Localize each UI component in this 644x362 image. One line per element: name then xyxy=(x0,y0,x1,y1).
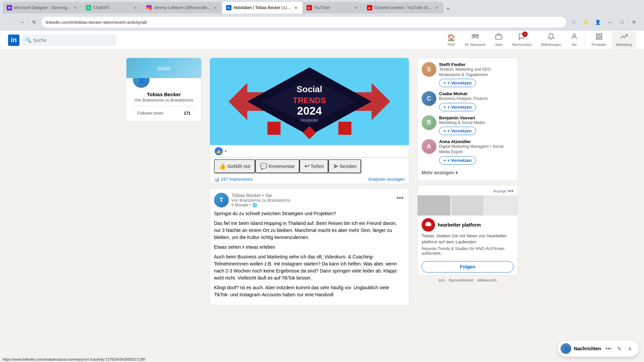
tab-yt[interactable]: ▶ YouTube ✕ xyxy=(303,2,363,13)
url-bar[interactable]: linkedin.com/in/tobias-becker-wien/recen… xyxy=(42,17,566,27)
person-benjamin-info: Benjamin Vasvari Marketing & Social Medi… xyxy=(439,115,514,135)
clock-icon: • xyxy=(250,203,251,207)
ad-company-name[interactable]: hearbetter platform xyxy=(438,222,481,228)
chat-actions: ••• ✎ ∧ xyxy=(604,344,635,353)
svg-rect-8 xyxy=(600,37,602,39)
nav-item-marketing[interactable]: Marketing xyxy=(612,32,636,49)
tab-li-close[interactable]: ✕ xyxy=(293,5,299,10)
comment-button[interactable]: 💬 Kommentar xyxy=(255,159,300,173)
tab-ytc[interactable]: ▶ Channel content - YouTube Stu... ✕ xyxy=(363,2,443,13)
minimize-button[interactable]: — xyxy=(605,17,614,27)
tab-ig-close[interactable]: ✕ xyxy=(213,5,218,10)
chat-bubble[interactable]: 👤 Nachrichten ••• ✎ ∧ xyxy=(558,341,639,357)
globe-icon: 🌐 xyxy=(252,203,257,207)
bar-chart-icon: 📊 xyxy=(214,177,219,182)
nav-item-start[interactable]: 🏠 Start xyxy=(443,32,460,49)
person-csaba-avatar[interactable]: C xyxy=(422,91,436,106)
extension-button[interactable]: ⚡ xyxy=(581,17,590,27)
nav-products-label: Produkte xyxy=(592,43,606,47)
person-benjamin-name[interactable]: Benjamin Vasvari xyxy=(439,115,514,120)
reaction-dropdown[interactable]: ▾ xyxy=(225,149,227,154)
svg-rect-3 xyxy=(496,35,502,39)
tab-ig[interactable]: Jeremy Lefebvre (@financiale... ✕ xyxy=(142,2,222,13)
send-button[interactable]: ➤ Senden xyxy=(328,159,361,173)
post-card-1: Social TRENDS 2024 Hootsuite xyxy=(210,58,409,184)
nav-item-notifications[interactable]: Mitteilungen xyxy=(537,32,565,49)
followers-count[interactable]: 171 xyxy=(184,111,191,116)
search-input[interactable] xyxy=(33,38,107,43)
tab-yt-close[interactable]: ✕ xyxy=(354,5,359,10)
nav-network-label: Ihr Netzwerk xyxy=(465,43,486,47)
person-csaba-name[interactable]: Csaba Molnár xyxy=(439,91,514,96)
post-card-2: T Tobias Becker • Sie Von Brainstorms zu… xyxy=(210,188,409,305)
ad-more-button[interactable]: ••• xyxy=(508,188,514,194)
maximize-button[interactable]: □ xyxy=(617,17,627,27)
person-steffi-info: Steffi Fiedler Texterin, Marketing und S… xyxy=(439,62,514,87)
person-anna-connect[interactable]: + + Vernetzen xyxy=(439,156,476,165)
person-anna-name[interactable]: Anna Atzmüller xyxy=(439,139,514,144)
profile-followers: Follower:innen 171 xyxy=(132,110,196,117)
ad-desc-1: Tobias, bleiben Sie mit News von hearbet… xyxy=(422,233,514,245)
post2-avatar[interactable]: T xyxy=(214,193,229,207)
network-icon xyxy=(472,33,479,42)
nav-item-products[interactable]: Produkte xyxy=(588,32,610,49)
post1-actions: 👍 Gefällt mir 💬 Kommentar ↩ Teilen ➤ xyxy=(210,158,409,175)
chat-edit-button[interactable]: ✎ xyxy=(614,344,624,353)
tab-gpt[interactable]: G ChatGPT ✕ xyxy=(82,2,142,13)
search-box[interactable]: 🔍 xyxy=(22,35,116,46)
messages-icon: • xyxy=(518,33,526,42)
impressions-link[interactable]: 📊 197 Impressions xyxy=(214,177,253,182)
chat-close-button[interactable]: ∧ xyxy=(625,344,635,353)
footer-info[interactable]: Info xyxy=(439,278,445,282)
me-icon xyxy=(571,33,578,42)
close-window-button[interactable]: ✕ xyxy=(629,17,639,27)
profile-button[interactable]: 👤 xyxy=(593,17,602,27)
person-anna-avatar[interactable]: A xyxy=(422,139,436,154)
svg-point-2 xyxy=(472,35,474,36)
notifications-icon xyxy=(547,33,555,42)
show-more-button[interactable]: Mehr anzeigen ▾ xyxy=(422,169,514,177)
person-benjamin-connect[interactable]: + + Vernetzen xyxy=(439,127,476,135)
person-csaba: C Csaba Molnár Business Analysis, Financ… xyxy=(422,91,514,111)
ad-logo-row: hearbetter platform xyxy=(418,216,518,233)
like-button[interactable]: 👍 Gefällt mir xyxy=(214,159,255,173)
footer-accessibility[interactable]: Barrierefreiheit xyxy=(449,278,473,282)
nav-item-me[interactable]: Sie xyxy=(567,32,582,49)
ad-follow-button[interactable]: Folgen xyxy=(422,261,514,273)
back-button[interactable]: ← xyxy=(5,17,15,27)
new-tab-button[interactable]: + xyxy=(443,4,453,13)
tab-ytc-close[interactable]: ✕ xyxy=(434,5,439,10)
chat-label: Nachrichten xyxy=(574,346,601,351)
nav-item-messages[interactable]: • Nachrichten xyxy=(508,32,536,49)
person-csaba-connect[interactable]: + + Vernetzen xyxy=(439,103,476,111)
linkedin-logo[interactable]: in xyxy=(8,35,19,46)
chat-dots-button[interactable]: ••• xyxy=(604,344,613,353)
nav-item-jobs[interactable]: Jobs xyxy=(491,32,506,49)
post2-more-button[interactable]: ••• xyxy=(395,193,405,203)
tab-ms-close[interactable]: ✕ xyxy=(72,5,78,10)
profile-name[interactable]: Tobias Becker xyxy=(132,92,196,97)
person-benjamin-avatar[interactable]: B xyxy=(422,115,436,130)
post2-author-name[interactable]: Tobias Becker • Sie xyxy=(231,193,392,198)
person-steffi-name[interactable]: Steffi Fiedler xyxy=(439,62,514,67)
analytics-link[interactable]: Analysen anzeigen xyxy=(368,177,405,182)
linkedin-nav: in 🔍 🏠 Start Ihr Netzwerk xyxy=(0,31,644,50)
footer-help[interactable]: Hilfebereich xyxy=(477,278,496,282)
person-anna-title: Digital Marketing Managerin I Social Med… xyxy=(439,144,514,155)
person-steffi-avatar[interactable]: S xyxy=(422,62,436,77)
bookmark-button[interactable]: ☆ xyxy=(569,17,578,27)
svg-point-0 xyxy=(474,34,476,36)
tab-yt-label: YouTube xyxy=(314,5,352,10)
person-steffi-connect[interactable]: + + Vernetzen xyxy=(439,79,476,87)
reload-button[interactable]: ↻ xyxy=(30,17,39,27)
tab-li[interactable]: in Aktivitäten | Tobias Becker | Lin... … xyxy=(222,2,303,13)
nav-item-network[interactable]: Ihr Netzwerk xyxy=(461,32,490,49)
share-button[interactable]: ↩ Teilen xyxy=(300,159,328,173)
tab-ms[interactable]: M Microsoft Designer - Stunning... ✕ xyxy=(3,2,82,13)
ad-label: Anzeige xyxy=(493,189,506,193)
nav-me-label: Sie xyxy=(572,43,577,47)
share-icon: ↩ xyxy=(304,163,309,170)
forward-button[interactable]: → xyxy=(17,17,27,27)
tab-gpt-close[interactable]: ✕ xyxy=(133,5,138,10)
connect-icon: + xyxy=(443,80,446,85)
